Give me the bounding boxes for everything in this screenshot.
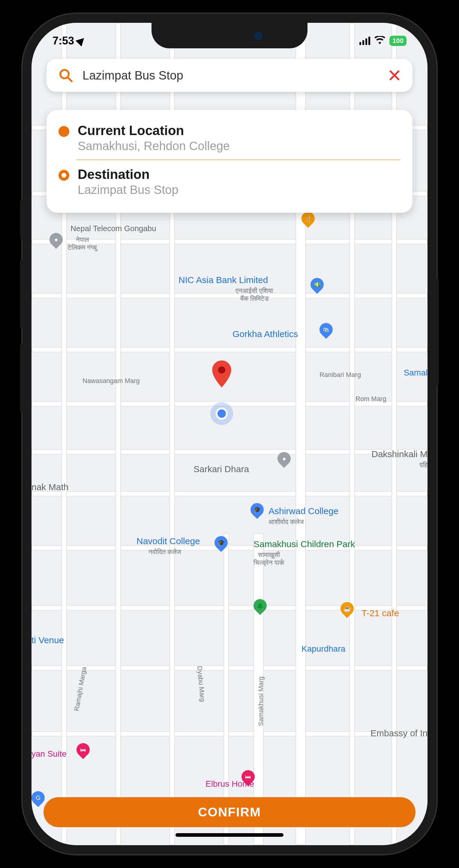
confirm-button[interactable]: CONFIRM xyxy=(43,797,416,827)
map-pin-icon[interactable]: ● xyxy=(50,233,63,250)
map-label: Nawasangam Marg xyxy=(83,377,140,385)
wifi-icon xyxy=(374,34,385,47)
phone-screen: 7:53 100 xyxy=(32,23,427,845)
map-label: yan Suite xyxy=(32,749,67,759)
map-label: Embassy of In xyxy=(370,728,427,738)
map-pin-restaurant-icon[interactable]: 🍴 xyxy=(301,212,315,229)
phone-frame: 7:53 100 xyxy=(23,14,436,854)
destination-title: Destination xyxy=(78,167,400,182)
map-label: Ranibari Marg xyxy=(320,371,361,379)
map-label: Ashirwad College xyxy=(268,506,338,516)
search-icon xyxy=(59,68,73,83)
map-label: नेपाल टेलिकम गंगबु xyxy=(67,236,97,251)
map-label: आशीर्वाद कलेज xyxy=(268,518,304,526)
map-pin-icon[interactable]: G xyxy=(32,791,45,808)
destination-row[interactable]: Destination Lazimpat Bus Stop xyxy=(59,163,400,201)
map-label: Kapurdhara xyxy=(301,644,345,654)
destination-subtitle: Lazimpat Bus Stop xyxy=(78,183,400,196)
map-label: Sarkari Dhara xyxy=(194,464,249,474)
volume-down-button xyxy=(20,344,24,413)
current-location-dot xyxy=(216,408,228,420)
map-pin-college-icon[interactable]: 🎓 xyxy=(251,503,264,520)
map-label: Dakshinkali M xyxy=(371,449,427,459)
map-pin-shop-icon[interactable]: 🛍 xyxy=(320,323,333,340)
map-label: T-21 cafe xyxy=(361,608,399,618)
battery-indicator: 100 xyxy=(389,36,406,46)
map-label: Samal xyxy=(404,368,427,378)
map-label: नवोदित कलेज xyxy=(149,548,181,556)
current-location-row[interactable]: Current Location Samakhusi, Rehdon Colle… xyxy=(59,119,400,157)
svg-line-2 xyxy=(67,77,72,81)
divider xyxy=(76,159,400,160)
map-label: एनआईसी एशिया बैंक लिमिटेड xyxy=(235,287,273,303)
map-label: Samakhusi Children Park xyxy=(254,539,355,549)
map-pin-college-icon[interactable]: 🎓 xyxy=(215,536,228,553)
volume-up-button xyxy=(20,260,24,329)
map-label: दहि xyxy=(419,461,427,469)
map-label: Elbrus Home xyxy=(205,779,254,789)
map-label: Nepal Telecom Gongabu xyxy=(70,224,156,233)
map-label: सामाखुसी चिल्ड्रेन पार्क xyxy=(254,551,284,567)
map-label: Samakhusi Marg xyxy=(257,677,265,726)
phone-notch xyxy=(152,23,307,48)
clear-search-button[interactable] xyxy=(389,69,400,81)
destination-pin-icon[interactable] xyxy=(212,361,231,389)
power-button xyxy=(435,278,439,386)
current-location-title: Current Location xyxy=(78,123,400,138)
cellular-signal-icon xyxy=(359,37,370,45)
svg-point-0 xyxy=(218,367,225,374)
map-pin-icon[interactable]: ● xyxy=(277,452,291,469)
map-label: Navodit College xyxy=(136,536,200,546)
location-card: Current Location Samakhusi, Rehdon Colle… xyxy=(46,110,413,213)
current-location-subtitle: Samakhusi, Rehdon College xyxy=(78,139,400,153)
map-pin-bank-icon[interactable]: 💵 xyxy=(310,278,324,295)
phone-side-button xyxy=(20,200,24,239)
map-label: nak Math xyxy=(32,482,68,492)
location-services-icon xyxy=(75,35,87,46)
status-time: 7:53 xyxy=(53,34,74,47)
home-indicator[interactable] xyxy=(175,833,284,837)
map-pin-park-icon[interactable]: 🌲 xyxy=(254,599,267,616)
map-label: Rom Marg xyxy=(356,395,386,403)
map-pin-cafe-icon[interactable]: ☕ xyxy=(340,602,354,619)
destination-ring-icon xyxy=(59,170,69,181)
map-label: Gorkha Athletics xyxy=(232,329,298,339)
map-label: ti Venue xyxy=(32,635,64,645)
search-bar[interactable] xyxy=(46,59,413,92)
current-location-dot-icon xyxy=(59,126,69,137)
search-input[interactable] xyxy=(83,69,389,82)
map-label: NIC Asia Bank Limited xyxy=(178,275,268,285)
map-pin-hotel-icon[interactable]: 🛏 xyxy=(76,743,90,760)
